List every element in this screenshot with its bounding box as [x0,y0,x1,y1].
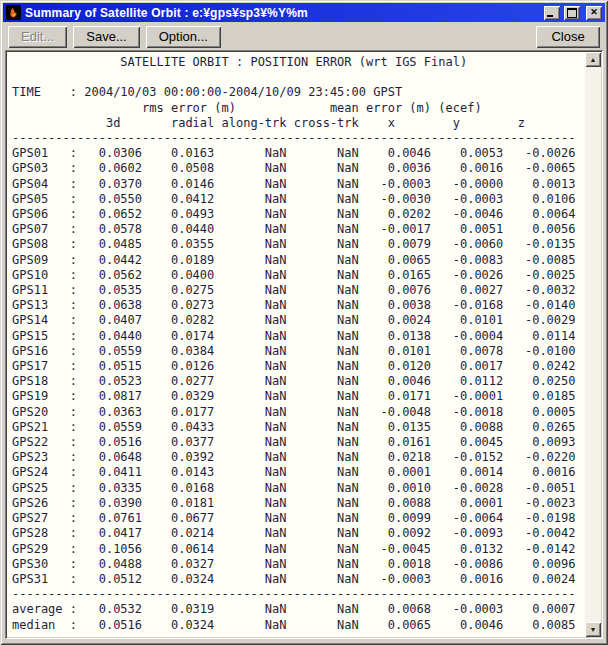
window-title: Summary of Satellite Orbit : e:¥gps¥sp3¥… [25,6,540,20]
scroll-down-button[interactable]: ▼ [585,622,601,637]
edit-button[interactable]: Edit... [8,26,67,48]
report-text: SATELLITE ORBIT : POSITION ERROR (wrt IG… [7,52,584,637]
save-button[interactable]: Save... [73,26,139,48]
minimize-icon [547,15,553,17]
minimize-button[interactable] [544,6,560,20]
scroll-track[interactable] [585,67,601,622]
maximize-icon [567,8,577,18]
option-button[interactable]: Option... [146,26,221,48]
close-button[interactable]: Close [536,26,600,48]
close-icon: ✕ [590,8,598,17]
titlebar[interactable]: Summary of Satellite Orbit : e:¥gps¥sp3¥… [3,3,605,22]
app-icon [6,5,21,20]
summary-window: Summary of Satellite Orbit : e:¥gps¥sp3¥… [0,0,608,645]
toolbar: Edit... Save... Option... Close [5,25,603,48]
report-panel: SATELLITE ORBIT : POSITION ERROR (wrt IG… [5,50,603,639]
titlebar-close-button[interactable]: ✕ [586,6,602,20]
maximize-button[interactable] [564,6,580,20]
vertical-scrollbar[interactable]: ▲ ▼ [585,52,601,637]
scroll-up-button[interactable]: ▲ [585,52,601,67]
